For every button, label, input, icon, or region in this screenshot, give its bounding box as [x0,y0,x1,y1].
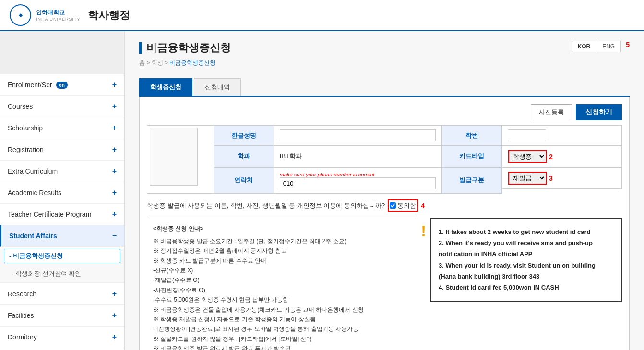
alert-box: 1. It takes about 2 weeks to get new stu… [430,218,622,302]
scholarship-expand-icon[interactable]: + [112,124,117,132]
form-area: 사진등록 신청하기 한글성명 학번 [139,97,630,350]
card-type-cell: 학생증 모바일 2 [502,146,622,167]
consent-checkbox-wrapper[interactable]: 동의함 [388,199,418,212]
logo-inha-text: 인하대학교 [36,9,81,17]
annotation-3: 3 [549,175,553,182]
name-input-cell [274,126,441,146]
notice-line-6: -사진변경(수수료 O) [153,285,410,295]
name-label: 한글성명 [214,126,274,146]
notice-title: <학생증 신청 안내> [153,224,410,233]
issue-select[interactable]: 재발급 신규 [508,172,547,185]
registration-expand-icon[interactable]: + [112,145,117,154]
academic-results-expand-icon[interactable]: + [112,188,117,197]
phone-hint: make sure your phone number is correct [280,172,436,177]
dormitory-label: Dormitory [8,333,37,341]
alert-line-2: 2. When it's ready you will receive sms … [439,237,613,260]
logo-text: 인하대학교 INHA UNIVERSITY [36,9,81,22]
sidebar-item-extra-curriculum[interactable]: Extra Curriculum + [0,161,124,182]
sidebar-sub-item-election[interactable]: - 학생회장 선거참여 확인 [0,265,124,283]
header-bar-icon [139,42,142,54]
consent-checkbox[interactable] [390,202,396,209]
table-row-dept-cardtype: 학과 IBT학과 카드타입 학생증 모바일 2 [147,146,622,168]
notice-line-10: - [진행상황이 [연동완료]로 표시된 경우 모바일 학생증을 통해 출입기능… [153,324,410,334]
tab-student-id[interactable]: 학생증신청 [139,78,192,96]
annotation-2: 2 [549,153,553,161]
sidebar-item-research[interactable]: Research + [0,283,124,305]
sidebar-search-box [0,31,124,74]
annotation-4: 4 [421,202,425,210]
action-buttons-row: 사진등록 신청하기 [147,104,622,120]
logo-title: 학사행정 [88,8,130,23]
breadcrumb-link[interactable]: 비금융학생증신청 [169,59,215,66]
research-expand-icon[interactable]: + [112,290,117,298]
table-row-contact-issue: 연락처 make sure your phone number is corre… [147,167,622,193]
student-id-label: 학번 [441,126,501,146]
logo-university-text: INHA UNIVERSITY [36,17,81,22]
photo-reg-button[interactable]: 사진등록 [531,104,572,120]
photo-box [150,128,198,186]
contact-label: 연락처 [214,167,274,193]
enrollment-label: Enrollment/Ser [8,81,52,89]
contact-input[interactable] [280,177,436,189]
sidebar-item-enrollment[interactable]: Enrollment/Ser on + [0,74,124,96]
notice-line-11: ※ 실물카드를 원하지 않을 경우 : [카드타입]에서 [모바일] 선택 [153,334,410,344]
sidebar-sub-student-affairs: - 비금융학생증신청 - 학생회장 선거참여 확인 [0,249,124,283]
research-label: Research [8,290,36,298]
alert-line-1: 1. It takes about 2 weeks to get new stu… [439,226,613,237]
student-affairs-collapse-icon[interactable]: − [112,232,117,240]
sidebar-sub-item-id-card[interactable]: - 비금융학생증신청 [4,249,120,263]
notice-box: <학생증 신청 안내> ※ 비금융학생증 발급 소요기간 : 일주일 (단, 정… [147,218,416,350]
teacher-cert-expand-icon[interactable]: + [112,210,117,219]
sidebar-item-army-reserves[interactable]: Army Reserves + [0,348,124,350]
logo-icon: ◆ [10,4,31,26]
id-card-label: - 비금융학생증신청 [9,252,63,259]
lang-eng-button[interactable]: ENG [596,41,621,52]
academic-results-label: Academic Results [8,189,61,197]
lang-kor-button[interactable]: KOR [572,41,596,52]
enrollment-toggle-on: on [56,82,68,89]
exclamation-icon: ! [421,222,426,240]
sidebar-item-teacher-cert[interactable]: Teacher Certificate Program + [0,204,124,225]
card-type-label: 카드타입 [441,146,501,168]
student-id-input[interactable] [508,129,546,141]
notice-line-7: -수수료 5,000원은 학생증 수령시 현금 납부만 가능함 [153,295,410,304]
header: ◆ 인하대학교 INHA UNIVERSITY 학사행정 [0,0,644,31]
facilities-expand-icon[interactable]: + [112,311,117,320]
notice-line-12: ※ 비금융학생증 발급 완료시 발급 완료 푸시가 발송됨 [153,344,410,350]
annotation-5: 5 [626,41,630,52]
submit-button[interactable]: 신청하기 [576,104,622,120]
contact-cell: make sure your phone number is correct [274,167,441,193]
sidebar-item-dormitory[interactable]: Dormitory + [0,327,124,348]
notice-line-2: ※ 정기접수일정은 매년 2월 홈페이지 공지사항 참고 [153,246,410,256]
logo-area: ◆ 인하대학교 INHA UNIVERSITY 학사행정 [10,4,130,26]
form-table: 한글성명 학번 학과 IBT학과 카드타입 [147,125,622,194]
sidebar-item-scholarship[interactable]: Scholarship + [0,117,124,139]
sidebar: Enrollment/Ser on + Courses + Scholarshi… [0,31,125,350]
dormitory-expand-icon[interactable]: + [112,333,117,341]
table-row-photo-name: 한글성명 학번 [147,126,622,146]
page-title: 비금융학생증신청 [146,41,231,55]
alert-line-3: 3. When your id is ready, visit Student … [439,260,613,282]
dept-value-cell: IBT학과 [274,146,441,168]
main-layout: Enrollment/Ser on + Courses + Scholarshi… [0,31,644,350]
name-input[interactable] [280,129,436,141]
page-header: 비금융학생증신청 [139,41,231,55]
notice-line-5: -재발급(수수료 O) [153,275,410,285]
alert-line-4: 4. Student id card fee 5,000won IN CASH [439,282,613,293]
courses-expand-icon[interactable]: + [112,102,117,111]
issue-label: 발급구분 [441,167,501,193]
tab-history[interactable]: 신청내역 [194,78,241,96]
enrollment-toggle: Enrollment/Ser on [8,81,68,89]
notice-line-1: ※ 비금융학생증 발급 소요기간 : 일주일 (단, 정기접수기간은 최대 2주… [153,236,410,246]
sidebar-item-courses[interactable]: Courses + [0,96,124,117]
enrollment-expand-icon[interactable]: + [112,81,117,89]
sidebar-item-facilities[interactable]: Facilities + [0,305,124,327]
sidebar-item-registration[interactable]: Registration + [0,139,124,161]
issue-cell: 재발급 신규 3 [502,167,622,189]
consent-row: 학생증 발급에 사용되는 이름, 학번, 사진, 생년월일 등 개인정보 이용에… [147,199,622,212]
sidebar-item-student-affairs[interactable]: Student Affairs − [0,225,124,247]
card-type-select[interactable]: 학생증 모바일 [508,150,547,163]
extra-curriculum-expand-icon[interactable]: + [112,167,117,175]
sidebar-item-academic-results[interactable]: Academic Results + [0,182,124,204]
election-label: - 학생회장 선거참여 확인 [12,270,81,277]
